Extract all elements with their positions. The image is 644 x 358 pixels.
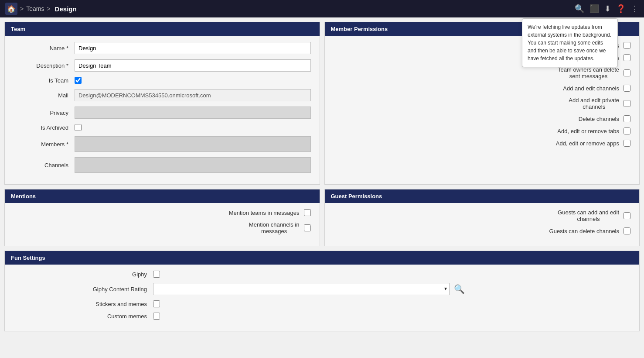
mail-input[interactable] xyxy=(75,89,311,101)
guest-delete-channels-label: Guests can delete channels xyxy=(549,228,619,234)
mentions-panel-body: Mention teams in messages Mention channe… xyxy=(5,203,320,246)
stickers-row: Stickers and memes xyxy=(14,300,630,307)
perm-owners-delete: Team owners can deletesent messages xyxy=(334,66,631,79)
guest-add-edit-channels-checkbox[interactable] xyxy=(624,212,630,219)
fun-settings-body: Giphy Giphy Content Rating Strict Modera… xyxy=(5,265,639,331)
description-input[interactable] xyxy=(75,59,311,72)
guest-permissions-body: Guests can add and editchannels Guests c… xyxy=(325,203,640,246)
perm-remove-apps: Add, edit or remove apps xyxy=(334,140,631,147)
description-row: Description * xyxy=(14,59,311,72)
is-team-row: Is Team xyxy=(14,77,311,84)
topbar-actions: 🔍 ⬛ ⬇ ❓ ⋮ xyxy=(575,5,639,13)
custom-memes-label: Custom memes xyxy=(14,313,153,320)
giphy-content-rating-label: Giphy Content Rating xyxy=(14,286,153,293)
topbar: 🏠 > Teams > Design 🔍 ⬛ ⬇ ❓ ⋮ We're fetch… xyxy=(0,0,644,17)
guest-delete-channels-checkbox[interactable] xyxy=(624,227,630,234)
stickers-checkbox[interactable] xyxy=(153,300,160,307)
channels-label: Channels xyxy=(14,162,75,169)
giphy-content-rating-select[interactable]: Strict Moderate All xyxy=(153,283,450,295)
guest-permissions-header: Guest Permissions xyxy=(325,189,640,203)
perm-owners-delete-checkbox[interactable] xyxy=(624,69,630,76)
guest-add-edit-channels-row: Guests can add and editchannels xyxy=(334,209,631,222)
more-icon-button[interactable]: ⋮ xyxy=(631,5,639,13)
perm-add-edit-private-checkbox[interactable] xyxy=(624,100,630,107)
perm-owners-delete-label: Team owners can deletesent messages xyxy=(558,66,619,79)
mention-channels-row: Mention channels inmessages xyxy=(14,221,311,234)
mail-row: Mail xyxy=(14,89,311,101)
custom-memes-row: Custom memes xyxy=(14,313,630,320)
channels-row: Channels xyxy=(14,157,311,173)
help-icon-button[interactable]: ❓ xyxy=(616,5,626,13)
giphy-checkbox[interactable] xyxy=(153,271,160,278)
name-input[interactable] xyxy=(75,42,311,54)
team-panel: Team Name * Description * Is Team xyxy=(4,22,320,185)
privacy-input[interactable] xyxy=(75,107,311,119)
tooltip-text: We're fetching live updates from externa… xyxy=(528,24,611,62)
description-label: Description * xyxy=(14,62,75,69)
mention-teams-row: Mention teams in messages xyxy=(14,209,311,216)
channels-box[interactable] xyxy=(75,157,311,173)
privacy-label: Privacy xyxy=(14,110,75,116)
breadcrumb-sep2: > xyxy=(47,5,50,12)
search-icon-button[interactable]: 🔍 xyxy=(575,5,584,13)
perm-delete-channels-label: Delete channels xyxy=(579,116,619,122)
members-label: Members * xyxy=(14,141,75,148)
guest-delete-channels-row: Guests can delete channels xyxy=(334,227,631,234)
team-panel-header: Team xyxy=(5,22,320,36)
perm-delete-sent-checkbox[interactable] xyxy=(624,54,630,61)
perm-add-edit-channels-checkbox[interactable] xyxy=(624,85,630,92)
perm-edit-sent-checkbox[interactable] xyxy=(624,42,630,49)
giphy-content-rating-container: Strict Moderate All ▾ 🔍 xyxy=(153,283,465,295)
is-archived-checkbox[interactable] xyxy=(75,124,82,131)
perm-delete-channels: Delete channels xyxy=(334,115,631,122)
name-row: Name * xyxy=(14,42,311,54)
home-icon: 🏠 xyxy=(7,5,16,13)
home-button[interactable]: 🏠 xyxy=(5,3,17,15)
mentions-panel: Mentions Mention teams in messages Menti… xyxy=(4,189,320,246)
download-icon-button[interactable]: ⬇ xyxy=(604,5,611,13)
stop-icon-button[interactable]: ⬛ xyxy=(589,5,599,13)
breadcrumb-sep1: > xyxy=(20,5,24,12)
perm-delete-channels-checkbox[interactable] xyxy=(624,115,630,122)
guest-permissions-panel: Guest Permissions Guests can add and edi… xyxy=(324,189,640,246)
fun-settings-header: Fun Settings xyxy=(5,251,639,265)
fun-settings-panel: Fun Settings Giphy Giphy Content Rating … xyxy=(4,251,640,331)
perm-remove-tabs-label: Add, edit or remove tabs xyxy=(557,128,619,134)
giphy-row: Giphy xyxy=(14,271,630,278)
perm-remove-tabs: Add, edit or remove tabs xyxy=(334,127,631,134)
name-label: Name * xyxy=(14,45,75,52)
giphy-content-rating-row: Giphy Content Rating Strict Moderate All… xyxy=(14,283,630,295)
guest-add-edit-channels-label: Guests can add and editchannels xyxy=(558,209,619,222)
breadcrumb-teams[interactable]: Teams xyxy=(26,5,44,12)
giphy-label: Giphy xyxy=(14,271,153,278)
mention-teams-checkbox[interactable] xyxy=(304,209,311,216)
is-team-label: Is Team xyxy=(14,77,75,84)
members-row: Members * xyxy=(14,136,311,152)
stickers-label: Stickers and memes xyxy=(14,301,153,307)
fetch-tooltip: We're fetching live updates from externa… xyxy=(522,18,618,67)
is-archived-label: Is Archived xyxy=(14,124,75,131)
breadcrumb-current: Design xyxy=(55,5,77,13)
team-panel-body: Name * Description * Is Team Mail xyxy=(5,36,320,184)
perm-remove-tabs-checkbox[interactable] xyxy=(624,127,630,134)
privacy-row: Privacy xyxy=(14,107,311,119)
is-team-checkbox[interactable] xyxy=(75,77,82,84)
mention-teams-label: Mention teams in messages xyxy=(229,210,300,216)
mentions-panel-header: Mentions xyxy=(5,189,320,203)
giphy-search-icon[interactable]: 🔍 xyxy=(454,284,465,294)
mail-label: Mail xyxy=(14,92,75,99)
mention-channels-label: Mention channels inmessages xyxy=(249,221,300,234)
perm-remove-apps-label: Add, edit or remove apps xyxy=(556,140,619,147)
mention-channels-checkbox[interactable] xyxy=(304,224,311,231)
custom-memes-checkbox[interactable] xyxy=(153,313,160,320)
perm-add-edit-channels: Add and edit channels xyxy=(334,85,631,92)
perm-add-edit-private-label: Add and edit privatechannels xyxy=(569,97,619,110)
is-archived-row: Is Archived xyxy=(14,124,311,131)
perm-add-edit-private: Add and edit privatechannels xyxy=(334,97,631,110)
perm-add-edit-channels-label: Add and edit channels xyxy=(563,85,619,92)
row-mentions-guest: Mentions Mention teams in messages Menti… xyxy=(4,189,640,246)
perm-remove-apps-checkbox[interactable] xyxy=(624,140,630,147)
members-box[interactable] xyxy=(75,136,311,152)
